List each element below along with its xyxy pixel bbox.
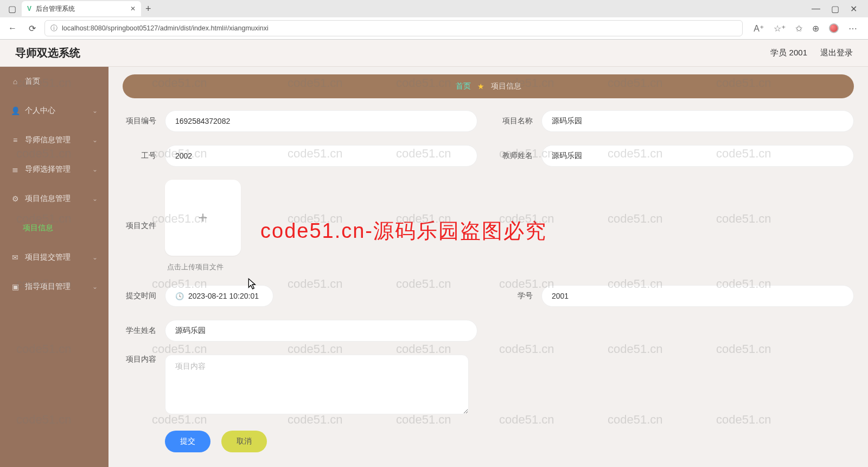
- app-header: 导师双选系统 学员 2001 退出登录: [0, 40, 868, 67]
- sidebar-item-teacher-info[interactable]: ≡ 导师信息管理: [0, 125, 108, 155]
- maximize-icon[interactable]: ▢: [831, 4, 839, 14]
- breadcrumb-home[interactable]: 首页: [456, 81, 471, 91]
- label-job-no: 工号: [123, 151, 156, 161]
- label-student-no: 学号: [499, 291, 533, 301]
- minimize-icon[interactable]: —: [812, 4, 820, 14]
- sidebar-item-project-info[interactable]: ⚙ 项目信息管理: [0, 184, 108, 213]
- sidebar-label: 首页: [25, 77, 40, 86]
- mail-icon: ✉: [11, 253, 20, 262]
- folder-icon: ▣: [11, 282, 20, 291]
- back-icon[interactable]: ←: [5, 23, 20, 33]
- sidebar-item-project-info-child[interactable]: 项目信息: [0, 213, 108, 243]
- profile-avatar-icon[interactable]: [829, 23, 839, 33]
- sidebar-item-guide-project[interactable]: ▣ 指导项目管理: [0, 272, 108, 301]
- more-icon[interactable]: ⋯: [848, 23, 857, 34]
- submit-button[interactable]: 提交: [165, 431, 210, 452]
- sidebar-label: 导师信息管理: [25, 135, 71, 145]
- logout-link[interactable]: 退出登录: [820, 48, 853, 58]
- favicon-icon: V: [27, 5, 31, 12]
- tab-close-icon[interactable]: ✕: [130, 5, 136, 12]
- input-project-name[interactable]: [541, 110, 854, 132]
- favorites-icon[interactable]: ✩: [795, 23, 802, 34]
- bars-icon: ≡: [11, 136, 20, 144]
- close-window-icon[interactable]: ✕: [850, 4, 857, 14]
- label-project-content: 项目内容: [123, 355, 156, 364]
- sidebar-label: 项目信息管理: [25, 194, 71, 204]
- input-teacher-name[interactable]: [541, 145, 854, 167]
- input-job-no[interactable]: [165, 145, 477, 167]
- sidebar-item-project-submit[interactable]: ✉ 项目提交管理: [0, 243, 108, 272]
- sidebar-label: 指导项目管理: [25, 282, 71, 292]
- home-icon: ⌂: [11, 77, 20, 86]
- sidebar: ⌂ 首页 👤 个人中心 ≡ 导师信息管理 ≣ 导师选择管理 ⚙ 项目信息管理 项…: [0, 67, 108, 467]
- cancel-button[interactable]: 取消: [221, 431, 267, 452]
- input-submit-time[interactable]: 🕓 2023-08-21 10:20:01: [165, 285, 273, 307]
- label-submit-time: 提交时间: [123, 291, 156, 301]
- site-info-icon[interactable]: ⓘ: [50, 24, 58, 33]
- url-field[interactable]: ⓘ localhost:8080/springboot05127/admin/d…: [44, 20, 743, 36]
- tab-overview-icon[interactable]: ▢: [2, 4, 22, 14]
- label-teacher-name: 教师姓名: [499, 151, 533, 161]
- window-controls: — ▢ ✕: [812, 4, 866, 14]
- tab-bar: ▢ V 后台管理系统 ✕ + — ▢ ✕: [0, 0, 868, 17]
- input-student-name[interactable]: [165, 320, 477, 342]
- sidebar-label: 导师选择管理: [25, 165, 71, 174]
- browser-tab[interactable]: V 后台管理系统 ✕: [22, 1, 141, 16]
- sidebar-label: 个人中心: [25, 106, 55, 116]
- read-aloud-icon[interactable]: A⁺: [754, 23, 764, 34]
- translate-icon[interactable]: ☆⁺: [774, 23, 786, 34]
- form-actions: 提交 取消: [123, 431, 854, 452]
- refresh-icon[interactable]: ⟳: [25, 23, 39, 34]
- sidebar-item-home[interactable]: ⌂ 首页: [0, 67, 108, 96]
- user-label[interactable]: 学员 2001: [770, 48, 807, 58]
- sidebar-label: 项目信息: [23, 223, 53, 233]
- main-content: 首页 ★ 项目信息 项目编号 项目名称 工号: [108, 67, 868, 467]
- label-project-name: 项目名称: [499, 116, 533, 126]
- list-icon: ≣: [11, 165, 20, 174]
- user-icon: 👤: [11, 106, 20, 115]
- input-project-no[interactable]: [165, 110, 477, 132]
- url-text: localhost:8080/springboot05127/admin/dis…: [62, 24, 269, 32]
- project-form: 项目编号 项目名称 工号 教师姓名: [123, 110, 854, 452]
- sidebar-item-teacher-select[interactable]: ≣ 导师选择管理: [0, 155, 108, 184]
- breadcrumb: 首页 ★ 项目信息: [123, 74, 854, 98]
- label-student-name: 学生姓名: [123, 326, 156, 336]
- brand-title: 导师双选系统: [15, 46, 80, 60]
- address-bar: ← ⟳ ⓘ localhost:8080/springboot05127/adm…: [0, 17, 868, 39]
- label-project-file: 项目文件: [123, 221, 156, 231]
- breadcrumb-current: 项目信息: [491, 81, 521, 91]
- tab-title: 后台管理系统: [36, 4, 126, 14]
- gear-icon: ⚙: [11, 194, 20, 203]
- upload-box[interactable]: +: [165, 180, 241, 256]
- textarea-project-content[interactable]: [165, 355, 469, 414]
- plus-icon: +: [198, 209, 208, 227]
- new-tab-button[interactable]: +: [145, 3, 151, 15]
- clock-icon: 🕓: [175, 292, 184, 300]
- submit-time-value: 2023-08-21 10:20:01: [188, 292, 259, 300]
- label-project-no: 项目编号: [123, 116, 156, 126]
- collections-icon[interactable]: ⊕: [812, 23, 819, 34]
- browser-chrome: ▢ V 后台管理系统 ✕ + — ▢ ✕ ← ⟳ ⓘ localhost:808…: [0, 0, 868, 40]
- sidebar-item-personal[interactable]: 👤 个人中心: [0, 96, 108, 125]
- input-student-no[interactable]: [541, 285, 854, 307]
- sidebar-label: 项目提交管理: [25, 253, 71, 262]
- toolbar-right: A⁺ ☆⁺ ✩ ⊕ ⋯: [748, 23, 863, 34]
- star-icon: ★: [477, 82, 484, 91]
- upload-hint: 点击上传项目文件: [165, 262, 241, 272]
